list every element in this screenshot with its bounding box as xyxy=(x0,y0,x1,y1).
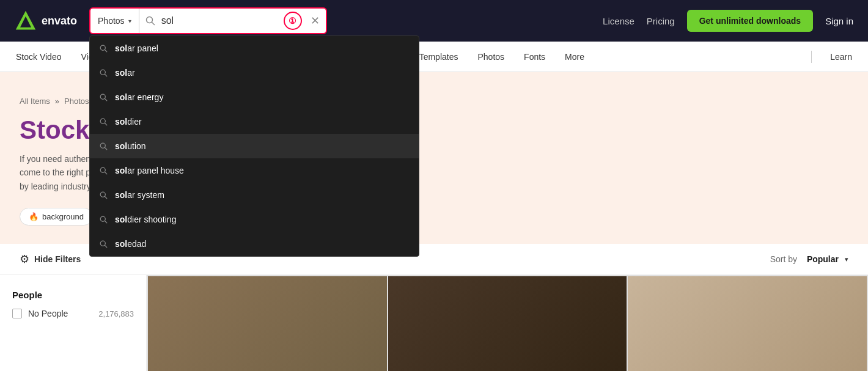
autocomplete-text: solar panel house xyxy=(115,166,184,175)
nav-photos[interactable]: Photos xyxy=(476,52,506,62)
svg-line-15 xyxy=(105,172,107,174)
nav-fonts[interactable]: Fonts xyxy=(523,52,546,62)
nav-right: License Pricing Get unlimited downloads … xyxy=(603,10,853,32)
search-category-label: Photos xyxy=(98,16,125,26)
tag-label: background xyxy=(42,212,84,221)
top-nav: envato Photos ▾ sol ① ✕ ② solar xyxy=(0,0,868,42)
autocomplete-item-soledad[interactable]: soledad xyxy=(90,232,419,256)
search-icon-small xyxy=(100,216,108,224)
autocomplete-text: solar xyxy=(115,68,135,78)
autocomplete-text: soledad xyxy=(115,239,146,249)
filter-no-people: No People 2,176,883 xyxy=(12,309,134,318)
svg-line-19 xyxy=(105,221,107,222)
svg-line-7 xyxy=(105,74,107,76)
svg-line-3 xyxy=(152,23,154,25)
search-icon-small xyxy=(100,191,108,199)
search-icon-wrap xyxy=(139,16,161,26)
sort-by-prefix: Sort by xyxy=(770,254,797,264)
get-unlimited-downloads-button[interactable]: Get unlimited downloads xyxy=(687,10,813,32)
chevron-down-icon: ▾ xyxy=(128,18,131,24)
search-icon-small xyxy=(100,240,108,248)
filter-icon: ⚙ xyxy=(20,252,29,266)
no-people-checkbox[interactable] xyxy=(12,309,22,318)
nav-more[interactable]: More xyxy=(564,52,586,62)
autocomplete-item-solar[interactable]: solar xyxy=(90,61,419,85)
autocomplete-item-solar-panel-house[interactable]: solar panel house xyxy=(90,158,419,183)
no-people-label: No People xyxy=(28,309,68,318)
autocomplete-item-solar-energy[interactable]: solar energy xyxy=(90,85,419,109)
autocomplete-text: solution xyxy=(115,141,146,151)
autocomplete-item-soldier-shooting[interactable]: soldier shooting xyxy=(90,207,419,232)
logo[interactable]: envato xyxy=(15,10,77,32)
search-icon-small xyxy=(100,94,108,101)
search-icon-small xyxy=(100,69,108,77)
envato-wordmark: envato xyxy=(42,15,77,28)
search-icon xyxy=(145,16,155,26)
pricing-link[interactable]: Pricing xyxy=(647,16,675,26)
no-people-count: 2,176,883 xyxy=(98,309,134,318)
hide-filters-label: Hide Filters xyxy=(34,254,81,264)
breadcrumb-current: Photos xyxy=(64,97,89,106)
envato-logo-icon xyxy=(15,10,37,32)
grid-image[interactable] xyxy=(148,276,387,371)
nav-learn[interactable]: Learn xyxy=(829,52,853,62)
search-wrapper: Photos ▾ sol ① ✕ ② solar panel xyxy=(89,7,327,34)
sign-in-link[interactable]: Sign in xyxy=(825,16,853,26)
checkbox-left: No People xyxy=(12,309,68,318)
grid-image[interactable] xyxy=(388,276,627,371)
sidebar: People No People 2,176,883 xyxy=(0,275,147,371)
grid-image[interactable] xyxy=(628,276,867,371)
breadcrumb-separator: » xyxy=(55,97,59,106)
autocomplete-text: solar system xyxy=(115,190,164,200)
chevron-down-icon: ▾ xyxy=(845,255,848,263)
autocomplete-text: soldier xyxy=(115,117,142,127)
search-icon-small xyxy=(100,45,108,53)
nav-separator xyxy=(811,51,812,63)
autocomplete-text: solar panel xyxy=(115,43,158,53)
autocomplete-text: solar energy xyxy=(115,92,163,102)
autocomplete-item-solar-panel[interactable]: solar panel xyxy=(90,36,419,61)
search-icon-small xyxy=(100,142,108,150)
breadcrumb-all-items[interactable]: All Items xyxy=(20,97,50,106)
content-area: People No People 2,176,883 xyxy=(0,275,868,371)
search-category-dropdown[interactable]: Photos ▾ xyxy=(90,9,139,33)
autocomplete-dropdown: ② solar panel solar solar energy soldier… xyxy=(89,35,419,257)
sidebar-section-people: People xyxy=(12,290,134,300)
svg-line-11 xyxy=(105,123,107,125)
svg-line-9 xyxy=(105,98,107,100)
search-bar: Photos ▾ sol ① ✕ xyxy=(89,7,327,34)
fire-icon: 🔥 xyxy=(29,212,39,221)
svg-line-21 xyxy=(105,245,107,247)
autocomplete-item-solution[interactable]: solution xyxy=(90,134,419,158)
sort-dropdown[interactable]: Sort by Popular ▾ xyxy=(770,254,848,264)
trending-tag-background[interactable]: 🔥 background xyxy=(20,208,93,226)
autocomplete-item-soldier[interactable]: soldier xyxy=(90,109,419,134)
nav-stock-video[interactable]: Stock Video xyxy=(15,52,62,62)
search-icon-small xyxy=(100,167,108,175)
autocomplete-item-solar-system[interactable]: solar system xyxy=(90,183,419,207)
hide-filters-button[interactable]: ⚙ Hide Filters xyxy=(20,252,81,266)
search-icon-small xyxy=(100,118,108,126)
svg-line-13 xyxy=(105,147,107,149)
svg-line-5 xyxy=(105,50,107,51)
badge-1: ① xyxy=(284,12,302,30)
sort-value: Popular xyxy=(807,254,839,264)
search-input[interactable]: sol xyxy=(161,9,284,33)
svg-line-17 xyxy=(105,196,107,198)
image-grid xyxy=(147,275,868,371)
clear-search-button[interactable]: ✕ xyxy=(304,14,326,28)
autocomplete-text: soldier shooting xyxy=(115,215,176,224)
license-link[interactable]: License xyxy=(603,16,634,26)
